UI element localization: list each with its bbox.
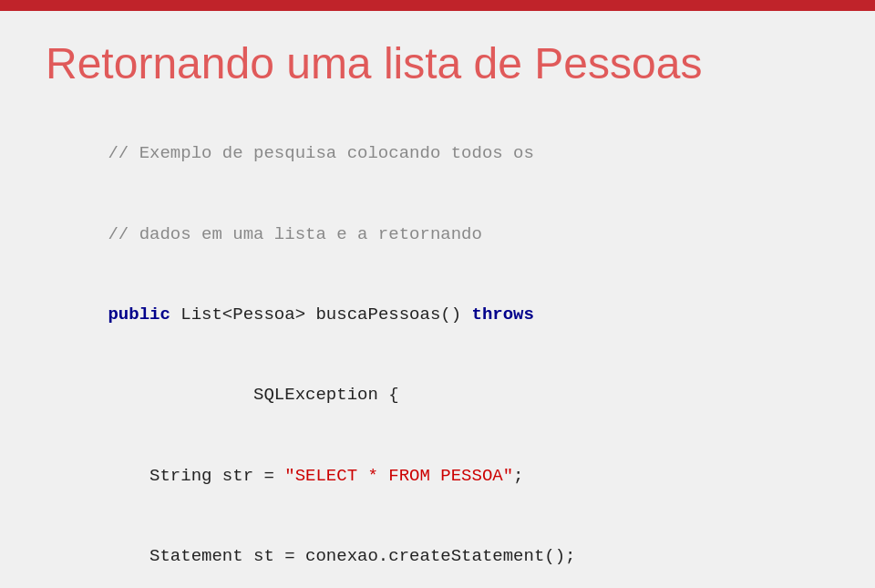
line3-rest: List<Pessoa> buscaPessoas()	[170, 304, 472, 325]
keyword-throws: throws	[472, 304, 534, 325]
code-line-6: Statement st = conexao.createStatement()…	[46, 517, 829, 588]
keyword-public: public	[108, 304, 170, 325]
page-title: Retornando uma lista de Pessoas	[46, 38, 829, 88]
code-line-comment2: // dados em uma lista e a retornando	[46, 194, 829, 274]
line5-end: ;	[513, 466, 523, 486]
line5-indent: String str =	[108, 466, 284, 486]
main-content: Retornando uma lista de Pessoas // Exemp…	[0, 11, 875, 588]
comment1: // Exemplo de pesquisa colocando todos o…	[108, 143, 533, 163]
top-bar	[0, 0, 875, 11]
code-line-3: public List<Pessoa> buscaPessoas() throw…	[46, 275, 829, 356]
code-block: // Exemplo de pesquisa colocando todos o…	[46, 114, 829, 588]
comment2: // dados em uma lista e a retornando	[108, 224, 481, 244]
code-line-comment1: // Exemplo de pesquisa colocando todos o…	[46, 114, 829, 194]
line6-content: Statement st = conexao.createStatement()…	[108, 546, 575, 566]
line4-exception: SQLException {	[108, 385, 398, 405]
code-line-5: String str = "SELECT * FROM PESSOA";	[46, 436, 829, 516]
code-line-4: SQLException {	[46, 356, 829, 436]
line5-string: "SELECT * FROM PESSOA"	[284, 466, 513, 486]
